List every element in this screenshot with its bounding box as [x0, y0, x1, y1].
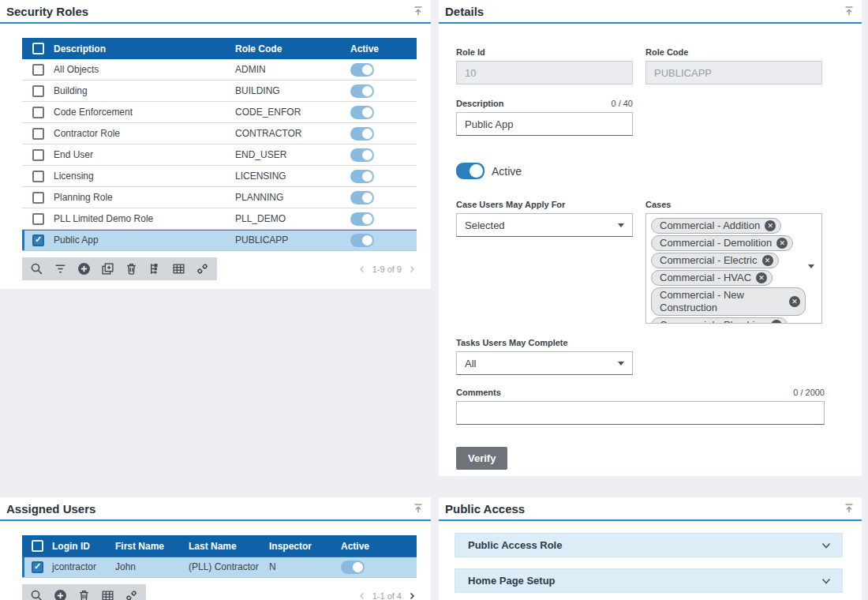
case-chip-label: Commercial - Plumbing: [660, 319, 766, 324]
case-chip: Commercial - HVAC ✕: [651, 270, 773, 286]
comments-char-counter: 0 / 2000: [793, 388, 825, 398]
column-header-active: Active: [347, 43, 417, 54]
details-header: Details: [439, 0, 862, 24]
row-active-toggle[interactable]: [350, 148, 374, 162]
first-name-cell: John: [115, 561, 189, 572]
role-code-cell: BUILDING: [235, 85, 347, 96]
accordion-label: Public Access Role: [468, 539, 562, 551]
case-chip-label: Commercial - Addition: [660, 219, 760, 232]
remove-chip-icon[interactable]: ✕: [771, 320, 782, 324]
collapse-panel-icon[interactable]: [843, 5, 855, 17]
row-active-toggle[interactable]: [341, 561, 365, 574]
row-checkbox[interactable]: [32, 561, 43, 573]
remove-chip-icon[interactable]: ✕: [789, 296, 800, 307]
security-roles-header: Security Roles: [0, 0, 431, 24]
role-id-field: [456, 61, 633, 84]
tasks-select[interactable]: All: [456, 351, 633, 375]
assigned-users-title: Assigned Users: [6, 502, 95, 516]
chevron-down-icon: [821, 576, 832, 586]
row-checkbox[interactable]: [32, 192, 44, 204]
cases-multiselect[interactable]: Commercial - Addition ✕ Commercial - Dem…: [645, 213, 822, 324]
role-description-cell: Contractor Role: [54, 128, 235, 139]
table-view-icon[interactable]: [172, 262, 185, 276]
bulk-update-icon[interactable]: [148, 262, 162, 276]
row-checkbox[interactable]: [32, 213, 44, 225]
row-checkbox[interactable]: [32, 171, 44, 182]
description-field[interactable]: [456, 112, 633, 136]
row-active-toggle[interactable]: [350, 127, 374, 141]
chevron-down-icon: [618, 362, 624, 366]
row-checkbox[interactable]: [32, 107, 44, 118]
select-all-checkbox[interactable]: [32, 43, 44, 54]
remove-chip-icon[interactable]: ✕: [756, 272, 767, 283]
role-code-cell: CONTRACTOR: [235, 128, 347, 139]
settings-gears-icon[interactable]: [125, 589, 138, 600]
search-icon[interactable]: [30, 589, 43, 600]
select-all-checkbox[interactable]: [32, 540, 43, 552]
public-access-header: Public Access: [439, 497, 862, 521]
row-active-toggle[interactable]: [350, 84, 374, 98]
table-row[interactable]: Contractor Role CONTRACTOR: [22, 123, 417, 144]
delete-icon[interactable]: [77, 589, 91, 600]
row-active-toggle[interactable]: [350, 212, 374, 226]
row-checkbox[interactable]: [32, 128, 44, 140]
filter-icon[interactable]: [54, 262, 67, 276]
table-row[interactable]: PLL Limited Demo Role PLL_DEMO: [22, 208, 417, 230]
case-chip-label: Commercial - Electric: [660, 254, 758, 267]
page-prev-icon: [357, 264, 367, 274]
accordion-label: Home Page Setup: [468, 575, 556, 587]
row-active-toggle[interactable]: [350, 170, 374, 183]
row-checkbox[interactable]: [32, 85, 44, 97]
table-row[interactable]: Planning Role PLANNING: [22, 187, 417, 208]
case-chip-label: Commercial - Demolition: [660, 237, 772, 249]
column-header-last-name: Last Name: [189, 541, 269, 552]
login-id-cell: jcontractor: [52, 561, 115, 572]
settings-gears-icon[interactable]: [196, 262, 209, 276]
table-row[interactable]: Building BUILDING: [22, 81, 417, 102]
collapse-panel-icon[interactable]: [412, 5, 425, 17]
case-users-select[interactable]: Selected: [456, 213, 633, 237]
table-row[interactable]: Code Enforcement CODE_ENFOR: [22, 102, 417, 123]
column-header-login-id: Login ID: [52, 541, 115, 552]
page-next-icon[interactable]: [407, 591, 417, 600]
page-next-icon: [407, 264, 417, 274]
verify-button[interactable]: Verify: [456, 447, 507, 470]
role-code-cell: CODE_ENFOR: [235, 107, 347, 118]
add-icon[interactable]: [77, 262, 91, 276]
table-view-icon[interactable]: [101, 589, 114, 600]
row-active-toggle[interactable]: [350, 234, 374, 247]
comments-label: Comments: [456, 388, 501, 398]
accordion-section[interactable]: Home Page Setup: [455, 568, 843, 593]
copy-icon[interactable]: [101, 262, 114, 276]
table-row[interactable]: Public App PUBLICAPP: [22, 230, 417, 251]
table-row[interactable]: End User END_USER: [22, 144, 417, 166]
column-header-description: Description: [54, 43, 235, 54]
chevron-down-icon[interactable]: [808, 264, 814, 268]
add-icon[interactable]: [54, 589, 67, 600]
row-active-toggle[interactable]: [350, 191, 374, 204]
case-chip: Commercial - Electric ✕: [651, 253, 779, 268]
row-active-toggle[interactable]: [350, 63, 374, 77]
table-row[interactable]: Licensing LICENSING: [22, 166, 417, 187]
table-row[interactable]: jcontractor John (PLL) Contractor N: [22, 557, 417, 578]
delete-icon[interactable]: [125, 262, 138, 276]
collapse-panel-icon[interactable]: [843, 502, 855, 515]
comments-field[interactable]: [456, 401, 825, 425]
remove-chip-icon[interactable]: ✕: [776, 238, 788, 249]
row-checkbox[interactable]: [32, 149, 44, 161]
search-icon[interactable]: [30, 262, 43, 276]
remove-chip-icon[interactable]: ✕: [762, 255, 773, 266]
row-checkbox[interactable]: [32, 64, 44, 76]
details-title: Details: [445, 5, 484, 18]
row-active-toggle[interactable]: [350, 106, 374, 119]
collapse-panel-icon[interactable]: [412, 502, 425, 515]
roles-toolbar: [22, 257, 217, 280]
tasks-selected-value: All: [465, 358, 476, 369]
remove-chip-icon[interactable]: ✕: [765, 220, 776, 231]
role-description-cell: All Objects: [54, 64, 235, 75]
active-toggle[interactable]: [456, 163, 485, 179]
accordion-section[interactable]: Public Access Role: [455, 533, 843, 557]
table-row[interactable]: All Objects ADMIN: [22, 59, 417, 81]
role-code-cell: PLL_DEMO: [235, 213, 347, 224]
row-checkbox[interactable]: [32, 234, 44, 246]
